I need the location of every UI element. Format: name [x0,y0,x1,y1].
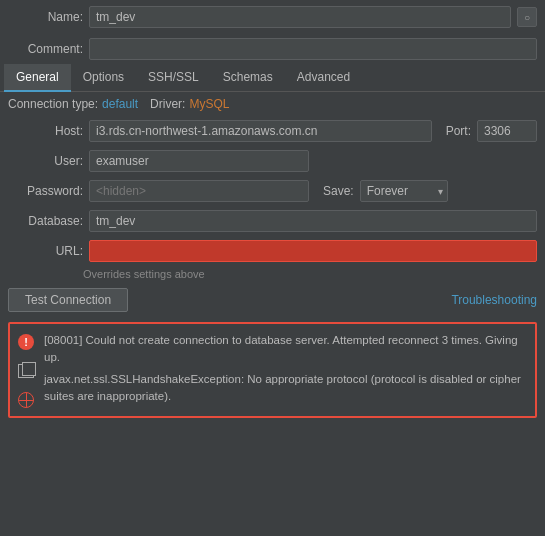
error-box: ! [08001] Could not create connection to… [8,322,537,418]
tab-options[interactable]: Options [71,64,136,92]
tabs-bar: General Options SSH/SSL Schemas Advanced [0,64,545,92]
password-input[interactable] [89,180,309,202]
url-label: URL: [8,244,83,258]
refresh-button[interactable]: ○ [517,7,537,27]
save-select[interactable]: Forever Never Until restart [360,180,448,202]
user-row: User: [0,146,545,176]
driver-label: Driver: [150,97,185,111]
overrides-text: Overrides settings above [0,266,545,282]
name-label: Name: [8,10,83,24]
name-row: Name: ○ [0,0,545,34]
connection-type-value[interactable]: default [102,97,138,111]
connection-type-row: Connection type: default Driver: MySQL [0,92,545,116]
password-label: Password: [8,184,83,198]
user-label: User: [8,154,83,168]
error-detail-text: javax.net.ssl.SSLHandshakeException: No … [44,371,527,406]
host-label: Host: [8,124,83,138]
error-icons: ! [18,332,34,408]
error-main-text: [08001] Could not create connection to d… [44,332,527,367]
port-label: Port: [446,124,471,138]
warning-icon: ! [18,334,34,350]
password-row: Password: Save: Forever Never Until rest… [0,176,545,206]
copy-icon[interactable] [18,364,34,378]
save-select-wrapper: Forever Never Until restart [360,180,448,202]
url-input[interactable] [89,240,537,262]
comment-input[interactable] [89,38,537,60]
comment-label: Comment: [8,42,83,56]
user-input[interactable] [89,150,309,172]
comment-row: Comment: [0,34,545,64]
tab-general[interactable]: General [4,64,71,92]
tab-sshssl[interactable]: SSH/SSL [136,64,211,92]
test-connection-button[interactable]: Test Connection [8,288,128,312]
tab-schemas[interactable]: Schemas [211,64,285,92]
driver-value[interactable]: MySQL [189,97,229,111]
database-label: Database: [8,214,83,228]
host-row: Host: Port: [0,116,545,146]
database-row: Database: [0,206,545,236]
troubleshooting-link[interactable]: Troubleshooting [451,293,537,307]
error-text: [08001] Could not create connection to d… [44,332,527,405]
globe-icon [18,392,34,408]
save-label: Save: [323,184,354,198]
tab-advanced[interactable]: Advanced [285,64,362,92]
connection-type-label: Connection type: [8,97,98,111]
port-input[interactable] [477,120,537,142]
url-row: URL: [0,236,545,266]
test-row: Test Connection Troubleshooting [0,282,545,318]
name-input[interactable] [89,6,511,28]
host-input[interactable] [89,120,432,142]
database-input[interactable] [89,210,537,232]
